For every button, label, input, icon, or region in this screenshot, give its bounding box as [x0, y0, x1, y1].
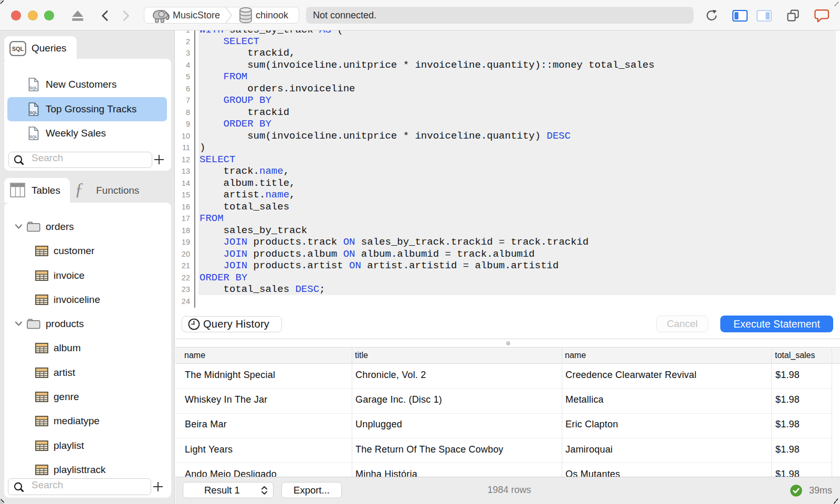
svg-text:SQL: SQL: [29, 110, 38, 115]
svg-text:SQL: SQL: [29, 86, 38, 90]
svg-text:SQL: SQL: [12, 46, 24, 52]
svg-text:SQL: SQL: [29, 134, 38, 139]
